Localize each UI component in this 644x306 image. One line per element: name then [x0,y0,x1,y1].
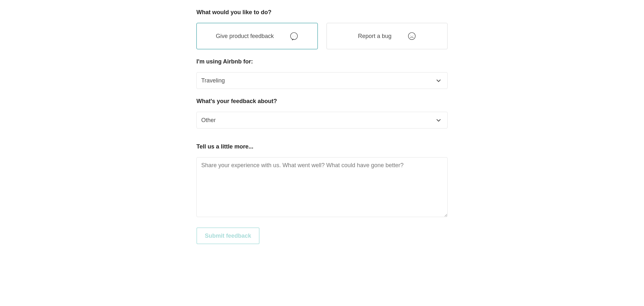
option-row: Give product feedback Report a bug [196,23,448,49]
submit-feedback-button[interactable]: Submit feedback [196,227,260,244]
svg-point-4 [408,33,415,40]
tell-more-label: Tell us a little more... [196,143,448,150]
feedback-textarea[interactable] [196,157,448,217]
svg-point-1 [292,36,293,36]
using-for-label: I'm using Airbnb for: [196,58,448,65]
svg-point-5 [410,35,411,35]
report-bug-option[interactable]: Report a bug [327,23,448,49]
using-for-select-wrap: Traveling [196,72,448,89]
feedback-about-label: What's your feedback about? [196,98,448,105]
svg-point-6 [413,35,413,35]
give-feedback-option[interactable]: Give product feedback [196,23,318,49]
sad-face-icon [408,32,416,40]
svg-point-3 [295,36,296,36]
feedback-about-select-wrap: Other [196,112,448,129]
chat-bubble-icon [290,32,298,40]
using-for-select[interactable]: Traveling [196,72,448,89]
svg-point-2 [294,36,294,36]
what-to-do-label: What would you like to do? [196,9,448,16]
report-bug-label: Report a bug [358,33,392,40]
feedback-form: What would you like to do? Give product … [196,0,448,257]
give-feedback-label: Give product feedback [216,33,274,40]
feedback-about-select[interactable]: Other [196,112,448,129]
